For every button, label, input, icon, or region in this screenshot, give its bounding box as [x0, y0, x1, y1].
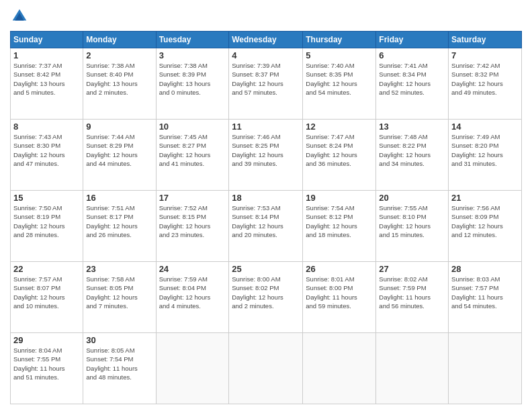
day-info: Sunrise: 7:55 AM Sunset: 8:10 PM Dayligh… [379, 203, 445, 239]
calendar-cell: 11Sunrise: 7:46 AM Sunset: 8:25 PM Dayli… [229, 120, 303, 191]
calendar-cell: 5Sunrise: 7:40 AM Sunset: 8:35 PM Daylig… [303, 48, 376, 120]
calendar-cell: 28Sunrise: 8:03 AM Sunset: 7:57 PM Dayli… [449, 262, 522, 333]
day-info: Sunrise: 8:03 AM Sunset: 7:57 PM Dayligh… [451, 275, 519, 310]
calendar-page: Sunday Monday Tuesday Wednesday Thursday… [0, 0, 532, 411]
calendar-cell: 29Sunrise: 8:04 AM Sunset: 7:55 PM Dayli… [11, 333, 83, 404]
day-number: 30 [86, 335, 152, 345]
day-number: 21 [451, 193, 519, 203]
day-number: 3 [159, 50, 226, 60]
day-info: Sunrise: 7:51 AM Sunset: 8:17 PM Dayligh… [86, 203, 152, 239]
day-info: Sunrise: 7:37 AM Sunset: 8:42 PM Dayligh… [13, 61, 80, 97]
logo [10, 7, 30, 26]
day-number: 22 [13, 264, 80, 274]
calendar-cell: 30Sunrise: 8:05 AM Sunset: 7:54 PM Dayli… [83, 333, 156, 404]
day-info: Sunrise: 7:44 AM Sunset: 8:29 PM Dayligh… [86, 132, 152, 168]
day-number: 24 [159, 264, 226, 274]
day-info: Sunrise: 7:52 AM Sunset: 8:15 PM Dayligh… [159, 203, 226, 239]
logo-icon [10, 7, 29, 26]
day-number: 7 [451, 50, 519, 60]
day-info: Sunrise: 8:05 AM Sunset: 7:54 PM Dayligh… [86, 346, 152, 381]
col-wednesday: Wednesday [229, 32, 303, 48]
day-info: Sunrise: 7:59 AM Sunset: 8:04 PM Dayligh… [159, 275, 226, 310]
day-number: 9 [86, 122, 152, 132]
day-info: Sunrise: 7:47 AM Sunset: 8:24 PM Dayligh… [306, 132, 373, 168]
day-number: 4 [232, 50, 300, 60]
day-number: 23 [86, 264, 152, 274]
col-tuesday: Tuesday [156, 32, 229, 48]
day-number: 27 [379, 264, 445, 274]
day-number: 25 [232, 264, 300, 274]
day-number: 12 [306, 122, 373, 132]
day-info: Sunrise: 7:38 AM Sunset: 8:39 PM Dayligh… [159, 61, 226, 97]
calendar-cell: 12Sunrise: 7:47 AM Sunset: 8:24 PM Dayli… [303, 120, 376, 191]
calendar-cell: 21Sunrise: 7:56 AM Sunset: 8:09 PM Dayli… [449, 191, 522, 262]
calendar-cell: 18Sunrise: 7:53 AM Sunset: 8:14 PM Dayli… [229, 191, 303, 262]
day-info: Sunrise: 7:38 AM Sunset: 8:40 PM Dayligh… [86, 61, 152, 97]
calendar-cell: 10Sunrise: 7:45 AM Sunset: 8:27 PM Dayli… [156, 120, 229, 191]
calendar-cell: 25Sunrise: 8:00 AM Sunset: 8:02 PM Dayli… [229, 262, 303, 333]
day-number: 19 [306, 193, 373, 203]
day-number: 13 [379, 122, 445, 132]
calendar-cell: 24Sunrise: 7:59 AM Sunset: 8:04 PM Dayli… [156, 262, 229, 333]
col-friday: Friday [376, 32, 449, 48]
calendar-week-row: 29Sunrise: 8:04 AM Sunset: 7:55 PM Dayli… [11, 333, 522, 404]
calendar-cell: 23Sunrise: 7:58 AM Sunset: 8:05 PM Dayli… [83, 262, 156, 333]
day-info: Sunrise: 8:01 AM Sunset: 8:00 PM Dayligh… [306, 275, 373, 310]
calendar-cell: 6Sunrise: 7:41 AM Sunset: 8:34 PM Daylig… [376, 48, 449, 120]
day-number: 15 [13, 193, 80, 203]
day-info: Sunrise: 7:56 AM Sunset: 8:09 PM Dayligh… [451, 203, 519, 239]
day-number: 11 [232, 122, 300, 132]
day-info: Sunrise: 7:45 AM Sunset: 8:27 PM Dayligh… [159, 132, 226, 168]
calendar-cell: 4Sunrise: 7:39 AM Sunset: 8:37 PM Daylig… [229, 48, 303, 120]
day-info: Sunrise: 7:53 AM Sunset: 8:14 PM Dayligh… [232, 203, 300, 239]
day-number: 28 [451, 264, 519, 274]
day-info: Sunrise: 7:40 AM Sunset: 8:35 PM Dayligh… [306, 61, 373, 97]
day-info: Sunrise: 7:46 AM Sunset: 8:25 PM Dayligh… [232, 132, 300, 168]
calendar-cell: 26Sunrise: 8:01 AM Sunset: 8:00 PM Dayli… [303, 262, 376, 333]
day-info: Sunrise: 7:42 AM Sunset: 8:32 PM Dayligh… [451, 61, 519, 97]
calendar-header-row: Sunday Monday Tuesday Wednesday Thursday… [11, 32, 522, 48]
day-number: 10 [159, 122, 226, 132]
day-info: Sunrise: 8:02 AM Sunset: 7:59 PM Dayligh… [379, 275, 445, 310]
calendar-cell: 22Sunrise: 7:57 AM Sunset: 8:07 PM Dayli… [11, 262, 83, 333]
calendar-week-row: 8Sunrise: 7:43 AM Sunset: 8:30 PM Daylig… [11, 120, 522, 191]
day-info: Sunrise: 7:58 AM Sunset: 8:05 PM Dayligh… [86, 275, 152, 310]
col-saturday: Saturday [449, 32, 522, 48]
day-info: Sunrise: 8:00 AM Sunset: 8:02 PM Dayligh… [232, 275, 300, 310]
day-info: Sunrise: 7:54 AM Sunset: 8:12 PM Dayligh… [306, 203, 373, 239]
calendar-cell [376, 333, 449, 404]
day-info: Sunrise: 7:43 AM Sunset: 8:30 PM Dayligh… [13, 132, 80, 168]
calendar-cell: 7Sunrise: 7:42 AM Sunset: 8:32 PM Daylig… [449, 48, 522, 120]
calendar-cell: 8Sunrise: 7:43 AM Sunset: 8:30 PM Daylig… [11, 120, 83, 191]
calendar-cell: 19Sunrise: 7:54 AM Sunset: 8:12 PM Dayli… [303, 191, 376, 262]
day-number: 20 [379, 193, 445, 203]
calendar-cell: 1Sunrise: 7:37 AM Sunset: 8:42 PM Daylig… [11, 48, 83, 120]
day-number: 2 [86, 50, 152, 60]
calendar-cell: 16Sunrise: 7:51 AM Sunset: 8:17 PM Dayli… [83, 191, 156, 262]
day-info: Sunrise: 7:48 AM Sunset: 8:22 PM Dayligh… [379, 132, 445, 168]
calendar-cell: 15Sunrise: 7:50 AM Sunset: 8:19 PM Dayli… [11, 191, 83, 262]
header [10, 7, 522, 26]
day-number: 6 [379, 50, 445, 60]
calendar-week-row: 22Sunrise: 7:57 AM Sunset: 8:07 PM Dayli… [11, 262, 522, 333]
calendar-week-row: 1Sunrise: 7:37 AM Sunset: 8:42 PM Daylig… [11, 48, 522, 120]
day-info: Sunrise: 7:49 AM Sunset: 8:20 PM Dayligh… [451, 132, 519, 168]
calendar-cell: 2Sunrise: 7:38 AM Sunset: 8:40 PM Daylig… [83, 48, 156, 120]
day-info: Sunrise: 7:50 AM Sunset: 8:19 PM Dayligh… [13, 203, 80, 239]
calendar-table: Sunday Monday Tuesday Wednesday Thursday… [10, 31, 522, 404]
col-sunday: Sunday [11, 32, 83, 48]
calendar-cell: 3Sunrise: 7:38 AM Sunset: 8:39 PM Daylig… [156, 48, 229, 120]
day-info: Sunrise: 7:39 AM Sunset: 8:37 PM Dayligh… [232, 61, 300, 97]
day-number: 18 [232, 193, 300, 203]
calendar-cell [449, 333, 522, 404]
day-info: Sunrise: 7:57 AM Sunset: 8:07 PM Dayligh… [13, 275, 80, 310]
col-monday: Monday [83, 32, 156, 48]
calendar-cell: 27Sunrise: 8:02 AM Sunset: 7:59 PM Dayli… [376, 262, 449, 333]
day-number: 17 [159, 193, 226, 203]
calendar-cell: 13Sunrise: 7:48 AM Sunset: 8:22 PM Dayli… [376, 120, 449, 191]
day-number: 8 [13, 122, 80, 132]
calendar-cell: 20Sunrise: 7:55 AM Sunset: 8:10 PM Dayli… [376, 191, 449, 262]
day-number: 14 [451, 122, 519, 132]
calendar-cell [156, 333, 229, 404]
calendar-cell: 9Sunrise: 7:44 AM Sunset: 8:29 PM Daylig… [83, 120, 156, 191]
